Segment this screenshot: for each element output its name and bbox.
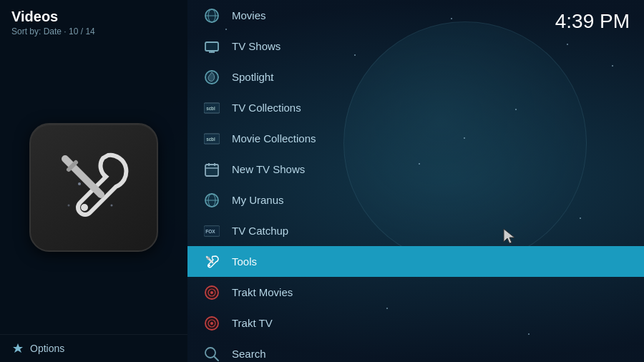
sidebar: Videos Sort by: Date · 10 / 14 Options xyxy=(0,0,187,362)
svg-line-1 xyxy=(65,159,101,195)
tv-icon xyxy=(202,36,222,57)
app-icon-area xyxy=(0,41,187,334)
menu-list: Movies TV Shows Spotlight scbl TV Collec… xyxy=(187,0,644,362)
svg-text:FOX: FOX xyxy=(205,228,215,233)
movies-label: Movies xyxy=(232,9,266,21)
tools-menu-icon xyxy=(202,252,222,272)
options-icon xyxy=(11,342,24,355)
globe-icon xyxy=(202,6,222,26)
tv-collections-icon: scbl xyxy=(202,98,222,118)
svg-point-3 xyxy=(78,182,81,185)
svg-rect-10 xyxy=(205,42,218,51)
sort-info: Sort by: Date · 10 / 14 xyxy=(11,26,176,36)
menu-item-movie-collections[interactable]: scbl Movie Collections xyxy=(187,123,644,154)
menu-item-my-uranus[interactable]: My Uranus xyxy=(187,185,644,215)
menu-item-tv-catchup[interactable]: FOX TV Catchup xyxy=(187,215,644,246)
movie-collections-icon: scbl xyxy=(202,129,222,149)
page-title: Videos xyxy=(11,9,176,25)
calendar-icon xyxy=(202,160,222,180)
tv-catchup-label: TV Catchup xyxy=(232,225,288,237)
menu-panel: 4:39 PM Movies TV Shows Spotlight xyxy=(187,0,644,362)
svg-text:scbl: scbl xyxy=(206,106,215,111)
trakt-movies-icon xyxy=(202,283,222,303)
svg-point-5 xyxy=(68,205,70,207)
sidebar-header: Videos Sort by: Date · 10 / 14 xyxy=(0,0,187,41)
menu-item-search[interactable]: Search xyxy=(187,338,644,362)
tv-collections-label: TV Collections xyxy=(232,102,301,114)
menu-item-spotlight[interactable]: Spotlight xyxy=(187,62,644,92)
menu-item-trakt-movies[interactable]: Trakt Movies xyxy=(187,277,644,308)
svg-line-37 xyxy=(214,356,218,361)
menu-item-tv-collections[interactable]: scbl TV Collections xyxy=(187,92,644,123)
app-icon xyxy=(29,123,158,252)
spotlight-icon xyxy=(202,67,222,87)
svg-text:scbl: scbl xyxy=(206,137,215,142)
tools-label: Tools xyxy=(232,255,257,268)
svg-point-4 xyxy=(111,205,113,207)
trakt-tv-icon xyxy=(202,313,222,333)
svg-rect-18 xyxy=(205,165,218,176)
menu-item-new-tv-shows[interactable]: New TV Shows xyxy=(187,154,644,185)
search-label: Search xyxy=(232,348,266,360)
tools-icon-graphic xyxy=(47,141,140,234)
search-icon xyxy=(202,344,222,363)
clock: 4:39 PM xyxy=(555,10,630,33)
trakt-tv-label: Trakt TV xyxy=(232,317,273,329)
svg-point-32 xyxy=(210,291,213,294)
svg-point-27 xyxy=(208,264,210,266)
svg-point-0 xyxy=(81,204,88,211)
spotlight-label: Spotlight xyxy=(232,71,273,83)
uranus-icon xyxy=(202,190,222,210)
options-label: Options xyxy=(30,343,64,354)
movie-collections-label: Movie Collections xyxy=(232,132,316,145)
menu-item-trakt-tv[interactable]: Trakt TV xyxy=(187,308,644,338)
my-uranus-label: My Uranus xyxy=(232,194,284,206)
svg-point-35 xyxy=(210,322,213,325)
options-bar[interactable]: Options xyxy=(0,334,187,362)
tv-shows-label: TV Shows xyxy=(232,40,280,52)
fox-icon: FOX xyxy=(202,221,222,241)
svg-marker-6 xyxy=(13,343,23,353)
menu-item-tools[interactable]: Tools xyxy=(187,246,644,277)
trakt-movies-label: Trakt Movies xyxy=(232,286,293,298)
menu-item-tv-shows[interactable]: TV Shows xyxy=(187,31,644,62)
new-tv-shows-label: New TV Shows xyxy=(232,163,305,175)
